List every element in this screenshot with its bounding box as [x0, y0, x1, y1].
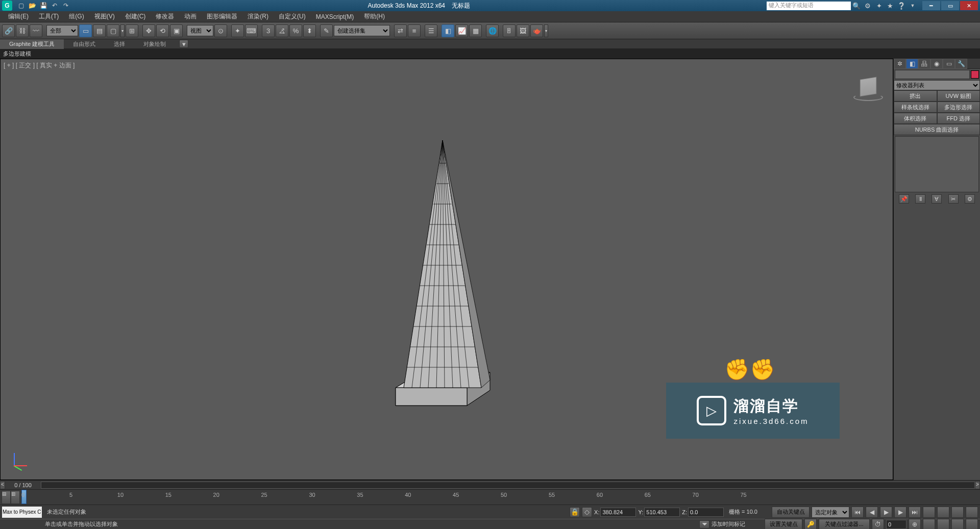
remove-modifier-icon[interactable]: ✂ [948, 194, 959, 204]
add-time-tag[interactable]: 添加时间标记 [712, 520, 745, 528]
exchange-icon[interactable]: ✦ [874, 1, 884, 10]
mod-btn-ffd-select[interactable]: FFD 选择 [937, 113, 981, 124]
select-move-icon[interactable]: ✥ [142, 24, 155, 37]
use-pivot-center-icon[interactable]: ⊙ [214, 24, 227, 37]
key-step-icon[interactable]: ⊕ [909, 519, 921, 530]
nav-max-toggle-icon[interactable] [951, 519, 964, 530]
tab-graphite-modeling[interactable]: Graphite 建模工具 [0, 39, 64, 49]
menu-edit[interactable]: 编辑(E) [3, 11, 34, 22]
timeline-mode-a-icon[interactable]: ▤ [2, 491, 11, 504]
goto-start-icon[interactable]: ⏮ [851, 507, 864, 518]
play-icon[interactable]: ▶ [880, 507, 892, 518]
mod-btn-nurbs-select[interactable]: NURBS 曲面选择 [894, 124, 980, 135]
viewport[interactable]: [ + ] [ 正交 ] [ 真实 + 边面 ] [0, 59, 893, 480]
menu-group[interactable]: 组(G) [64, 11, 89, 22]
menu-maxscript[interactable]: MAXScript(M) [311, 12, 359, 22]
tab-selection[interactable]: 选择 [105, 39, 134, 49]
nav-fov-icon[interactable] [966, 507, 978, 518]
menu-help[interactable]: 帮助(H) [359, 11, 390, 22]
nav-pan-icon[interactable] [923, 507, 935, 518]
qat-undo-icon[interactable]: ↶ [50, 1, 59, 10]
scroll-right-icon[interactable]: > [975, 481, 980, 489]
viewcube[interactable] [853, 72, 884, 103]
menu-graph-editors[interactable]: 图形编辑器 [202, 11, 242, 22]
select-scale-icon[interactable]: ▣ [170, 24, 183, 37]
nav-orbit-icon[interactable] [923, 519, 935, 530]
link-icon[interactable]: 🔗 [2, 24, 15, 37]
show-end-result-icon[interactable]: Ⅱ [915, 194, 925, 204]
prev-frame-icon[interactable]: ◀ [866, 507, 878, 518]
unlink-icon[interactable]: ⛓ [16, 24, 29, 37]
auto-key-button[interactable]: 自动关键点 [772, 507, 810, 518]
mod-btn-spline-select[interactable]: 样条线选择 [894, 102, 937, 113]
dropdown-icon[interactable]: ▼ [908, 1, 917, 10]
material-editor-icon[interactable]: 🌐 [486, 24, 499, 37]
angle-snap-icon[interactable]: ⦨ [276, 24, 288, 37]
cmd-tab-hierarchy-icon[interactable]: 品 [918, 59, 930, 69]
favorites-icon[interactable]: ★ [886, 1, 895, 10]
window-close-button[interactable]: ✕ [960, 1, 978, 10]
cmd-tab-motion-icon[interactable]: ◉ [930, 59, 943, 69]
ribbon-panel-header[interactable]: 多边形建模 [0, 49, 980, 59]
menu-rendering[interactable]: 渲染(R) [242, 11, 274, 22]
layer-manager-icon[interactable]: ☰ [425, 24, 437, 37]
edit-named-sel-icon[interactable]: ✎ [320, 24, 333, 37]
select-region-icon[interactable]: ▢ [107, 24, 119, 37]
snap-toggle-icon[interactable]: 3 [262, 24, 275, 37]
time-config-icon[interactable]: ⏱ [872, 519, 884, 530]
window-maximize-button[interactable]: ▭ [941, 1, 959, 10]
tab-freeform[interactable]: 自由形式 [64, 39, 105, 49]
named-selection-combo[interactable]: 创建选择集 [334, 25, 390, 36]
key-filters-button[interactable]: 关键点过滤器... [819, 519, 870, 530]
menu-modifiers[interactable]: 修改器 [151, 11, 179, 22]
nav-walk-icon[interactable] [937, 519, 949, 530]
viewport-label[interactable]: [ + ] [ 正交 ] [ 真实 + 边面 ] [4, 61, 75, 70]
render-setup-icon[interactable]: 🎚 [503, 24, 516, 37]
align-icon[interactable]: ≡ [408, 24, 421, 37]
qat-redo-icon[interactable]: ↷ [61, 1, 70, 10]
mod-btn-poly-select[interactable]: 多边形选择 [937, 102, 981, 113]
ref-coord-combo[interactable]: 视图 [187, 25, 213, 36]
qat-new-icon[interactable]: ▢ [16, 1, 26, 10]
rendered-frame-icon[interactable]: 🖼 [517, 24, 529, 37]
menu-tools[interactable]: 工具(T) [34, 11, 64, 22]
coord-z-input[interactable] [688, 508, 724, 517]
time-tag-icon[interactable]: ⏷ [699, 520, 709, 528]
pin-stack-icon[interactable]: 📌 [899, 194, 909, 204]
current-frame-input[interactable] [886, 520, 906, 529]
menu-animation[interactable]: 动画 [179, 11, 202, 22]
scene-pyramid-object[interactable] [365, 122, 528, 429]
help-search-input[interactable]: 键入关键字或短语 [767, 2, 851, 10]
axis-gizmo[interactable] [11, 449, 31, 469]
select-rotate-icon[interactable]: ⟲ [156, 24, 169, 37]
modifier-list-combo[interactable]: 修改器列表 [894, 80, 980, 90]
coord-x-input[interactable] [600, 508, 636, 517]
next-frame-icon[interactable]: ▶ [894, 507, 906, 518]
configure-sets-icon[interactable]: ⚙ [965, 194, 975, 204]
key-target-combo[interactable]: 选定对象 [812, 507, 849, 518]
cmd-tab-utilities-icon[interactable]: 🔧 [955, 59, 967, 69]
bind-space-warp-icon[interactable]: 〰 [30, 24, 42, 37]
mod-btn-extrude[interactable]: 挤出 [894, 90, 937, 102]
percent-snap-icon[interactable]: % [289, 24, 302, 37]
track-scrollbar[interactable] [41, 482, 975, 489]
timeline-mode-b-icon[interactable]: ▥ [11, 491, 20, 504]
qat-save-icon[interactable]: 💾 [39, 1, 48, 10]
region-flyout-icon[interactable]: ▾ [120, 24, 125, 37]
help-icon[interactable]: ❔ [897, 1, 906, 10]
object-color-swatch[interactable] [971, 70, 979, 79]
time-ruler[interactable]: 0 5 10 15 20 25 30 35 40 45 50 55 60 65 … [21, 490, 980, 505]
qat-open-icon[interactable]: 📂 [28, 1, 37, 10]
goto-end-icon[interactable]: ⏭ [909, 507, 921, 518]
cmd-tab-display-icon[interactable]: ▭ [943, 59, 955, 69]
maxscript-listener[interactable]: Max to Physex C [2, 507, 42, 518]
render-flyout-icon[interactable]: ▾ [544, 24, 548, 37]
mod-btn-uvw-map[interactable]: UVW 贴图 [937, 90, 981, 102]
cmd-tab-create-icon[interactable]: ✲ [894, 59, 906, 69]
window-crossing-icon[interactable]: ⊞ [126, 24, 138, 37]
object-name-field[interactable] [895, 70, 970, 79]
render-production-icon[interactable]: 🫖 [530, 24, 543, 37]
tab-object-paint[interactable]: 对象绘制 [134, 39, 175, 49]
select-object-icon[interactable]: ▭ [79, 24, 92, 37]
schematic-view-icon[interactable]: ▦ [469, 24, 482, 37]
